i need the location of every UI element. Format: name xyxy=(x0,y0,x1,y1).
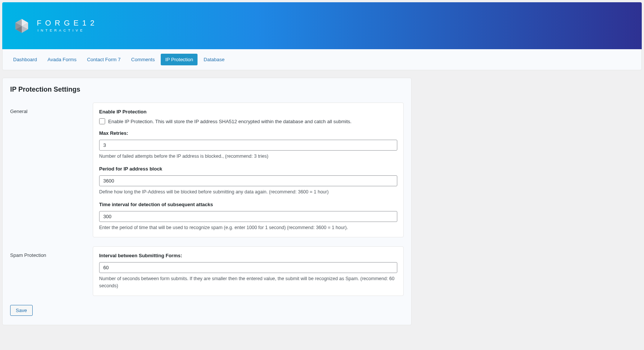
spam-interval-title: Interval between Submitting Forms: xyxy=(99,253,397,258)
logo-text-main: FORGE12 xyxy=(37,19,98,27)
section-general: General Enable IP Protection Enable IP P… xyxy=(10,103,404,237)
tab-comments[interactable]: Comments xyxy=(127,54,159,65)
enable-ip-checkbox[interactable] xyxy=(99,118,105,124)
spam-interval-help: Number of seconds between form submits. … xyxy=(99,275,397,290)
section-spam: Spam Protection Interval between Submitt… xyxy=(10,246,404,296)
tabs-bar: Dashboard Avada Forms Contact Form 7 Com… xyxy=(2,49,642,70)
logo-icon xyxy=(14,18,30,34)
logo: FORGE12 INTERACTIVE xyxy=(14,18,98,34)
max-retries-title: Max Retries: xyxy=(99,130,397,136)
tab-contact-form-7[interactable]: Contact Form 7 xyxy=(83,54,125,65)
settings-panel: IP Protection Settings General Enable IP… xyxy=(2,78,412,325)
tab-avada-forms[interactable]: Avada Forms xyxy=(43,54,81,65)
section-spam-label: Spam Protection xyxy=(10,246,93,296)
spam-interval-input[interactable] xyxy=(99,262,397,273)
tab-ip-protection[interactable]: IP Protection xyxy=(161,54,198,65)
max-retries-help: Number of failed attempts before the IP … xyxy=(99,153,397,160)
save-button[interactable]: Save xyxy=(10,305,33,316)
section-general-label: General xyxy=(10,103,93,237)
enable-ip-checkbox-row[interactable]: Enable IP Protection. This will store th… xyxy=(99,118,397,124)
interval-input[interactable] xyxy=(99,211,397,222)
logo-text-sub: INTERACTIVE xyxy=(38,29,98,32)
enable-ip-title: Enable IP Protection xyxy=(99,109,397,115)
interval-help: Enter the period of time that will be us… xyxy=(99,224,397,231)
page-title: IP Protection Settings xyxy=(10,86,404,94)
max-retries-input[interactable] xyxy=(99,140,397,151)
tab-dashboard[interactable]: Dashboard xyxy=(9,54,42,65)
period-input[interactable] xyxy=(99,175,397,186)
period-help: Define how long the IP-Address will be b… xyxy=(99,189,397,196)
interval-title: Time interval for detection of subsequen… xyxy=(99,202,397,207)
enable-ip-desc: Enable IP Protection. This will store th… xyxy=(108,119,351,124)
period-title: Period for IP address block xyxy=(99,166,397,172)
header-banner: FORGE12 INTERACTIVE xyxy=(2,2,642,49)
tab-database[interactable]: Database xyxy=(199,54,229,65)
